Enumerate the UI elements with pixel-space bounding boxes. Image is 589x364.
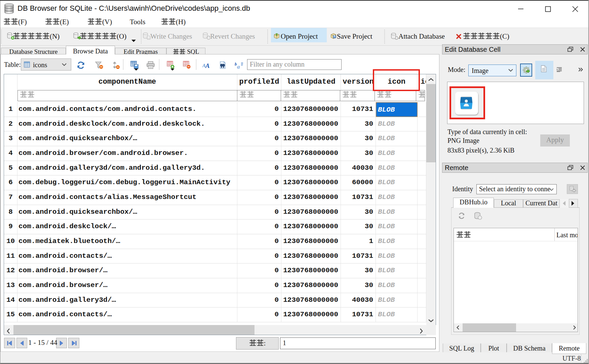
- svg-text:b: b: [235, 62, 237, 67]
- svg-text:a: a: [237, 64, 240, 69]
- svg-text:A: A: [205, 62, 210, 69]
